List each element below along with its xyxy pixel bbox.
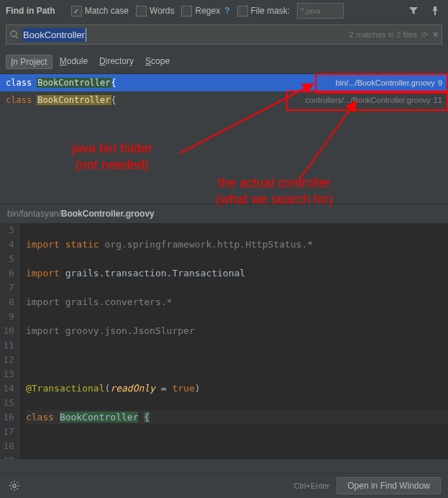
gutter: 345678910111213141516171819 — [0, 223, 20, 459]
result-row[interactable]: class BookController { controllers/.../B… — [0, 91, 448, 109]
result-row[interactable]: class BookController { bin/.../BookContr… — [0, 74, 448, 91]
match-text: BookController — [37, 95, 111, 105]
tab-module[interactable]: Module — [55, 55, 92, 69]
words-label: Words — [150, 6, 174, 16]
keyword: class — [6, 95, 32, 105]
file-mask-input[interactable] — [297, 3, 344, 19]
search-icon[interactable] — [6, 30, 22, 40]
results-list: class BookController { bin/.../BookContr… — [0, 73, 448, 204]
checkbox-icon — [136, 6, 147, 17]
result-path: bin/.../BookController.groovy9 — [336, 78, 442, 87]
match-count-label: 2 matches in 2 files — [349, 30, 417, 39]
annotation-text-left: java bin folder(not needed) — [72, 140, 152, 173]
code-after: { — [111, 95, 116, 105]
search-status: 2 matches in 2 files ⟳ ✕ — [349, 30, 442, 40]
help-icon[interactable]: ? — [224, 6, 229, 16]
loading-icon: ⟳ — [421, 30, 428, 40]
checkbox-icon — [181, 6, 192, 17]
keyword: class — [6, 78, 32, 88]
result-path: controllers/.../BookController.groovy11 — [306, 96, 443, 104]
regex-label: Regex — [195, 6, 220, 16]
checkbox-icon — [237, 6, 248, 17]
svg-line-1 — [16, 36, 18, 38]
svg-point-0 — [11, 31, 17, 37]
code-after: { — [111, 78, 116, 88]
regex-checkbox[interactable]: Regex ? — [181, 6, 229, 17]
annotation-text-right: the actual controller(what we search for… — [216, 175, 333, 207]
words-checkbox[interactable]: Words — [136, 6, 174, 17]
tab-in-project[interactable]: In Project — [6, 55, 52, 69]
file-mask-checkbox[interactable]: File mask: — [237, 6, 291, 17]
svg-line-3 — [298, 101, 356, 181]
search-query-text: BookController — [22, 28, 86, 42]
gear-icon[interactable] — [7, 479, 22, 493]
dialog-title: Find in Path — [6, 6, 55, 16]
annotation-arrow — [284, 98, 370, 191]
search-bar: BookController 2 matches in 2 files ⟳ ✕ — [6, 24, 442, 45]
file-mask-label: File mask: — [251, 6, 291, 16]
tab-directory[interactable]: Directory — [95, 55, 138, 69]
pin-icon[interactable] — [428, 4, 442, 18]
match-case-checkbox[interactable]: Match case — [71, 6, 129, 17]
shortcut-hint: Ctrl+Enter — [293, 481, 329, 490]
match-case-label: Match case — [85, 6, 129, 16]
code-preview[interactable]: 345678910111213141516171819 import stati… — [0, 223, 448, 459]
tab-scope[interactable]: Scope — [141, 55, 174, 69]
preview-path-file: BookController.groovy — [61, 209, 155, 219]
footer: Ctrl+Enter Open in Find Window — [0, 473, 448, 498]
svg-point-4 — [13, 484, 16, 487]
filter-icon[interactable] — [406, 4, 421, 18]
match-text: BookController — [37, 78, 111, 88]
titlebar: Find in Path Match case Words Regex ? Fi… — [0, 0, 448, 22]
open-in-find-window-button[interactable]: Open in Find Window — [337, 477, 441, 494]
preview-path-prefix: bin/fantasyan/ — [7, 209, 61, 219]
clear-icon[interactable]: ✕ — [432, 30, 439, 40]
checkbox-icon — [71, 6, 82, 17]
preview-path: bin/fantasyan/BookController.groovy — [0, 204, 448, 223]
scope-tabs: In Project Module Directory Scope — [0, 47, 448, 73]
code-lines: import static org.springframework.http.H… — [20, 223, 448, 459]
search-input[interactable] — [86, 24, 90, 45]
